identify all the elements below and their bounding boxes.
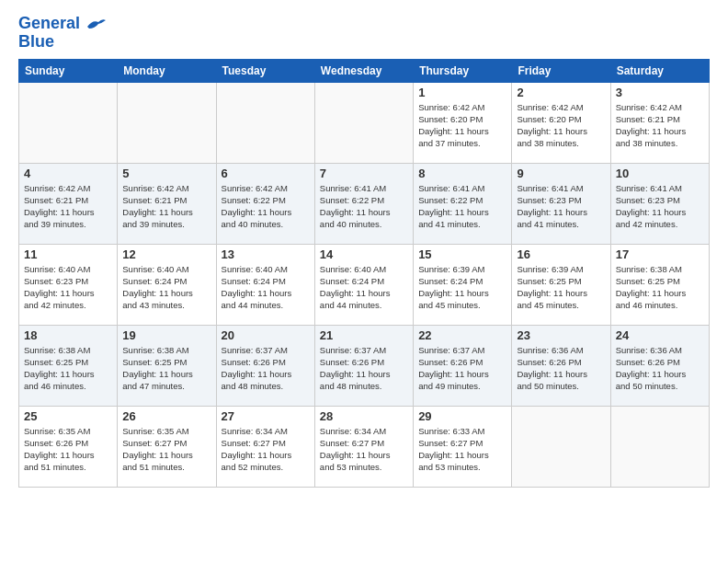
calendar-cell: 5Sunrise: 6:42 AM Sunset: 6:21 PM Daylig… (118, 163, 216, 244)
page: General Blue SundayMondayTuesdayWednesda… (0, 0, 728, 563)
day-number: 5 (122, 167, 210, 180)
calendar-cell: 8Sunrise: 6:41 AM Sunset: 6:22 PM Daylig… (414, 163, 512, 244)
day-info: Sunrise: 6:42 AM Sunset: 6:22 PM Dayligh… (222, 182, 310, 231)
calendar-cell: 19Sunrise: 6:38 AM Sunset: 6:25 PM Dayli… (118, 325, 216, 406)
logo-text: General (18, 15, 106, 33)
calendar-cell: 11Sunrise: 6:40 AM Sunset: 6:23 PM Dayli… (19, 244, 118, 325)
day-number: 6 (222, 167, 310, 180)
day-number: 22 (418, 328, 506, 342)
bird-icon (85, 17, 106, 30)
day-number: 23 (517, 328, 605, 342)
day-info: Sunrise: 6:36 AM Sunset: 6:26 PM Dayligh… (616, 344, 704, 393)
day-number: 15 (418, 247, 506, 261)
day-info: Sunrise: 6:33 AM Sunset: 6:27 PM Dayligh… (418, 425, 506, 474)
weekday-header-sunday: Sunday (19, 59, 118, 82)
weekday-header-tuesday: Tuesday (216, 59, 314, 82)
calendar-cell (610, 406, 709, 487)
calendar-cell: 29Sunrise: 6:33 AM Sunset: 6:27 PM Dayli… (414, 406, 512, 487)
day-info: Sunrise: 6:41 AM Sunset: 6:23 PM Dayligh… (517, 182, 605, 231)
calendar-cell: 4Sunrise: 6:42 AM Sunset: 6:21 PM Daylig… (19, 163, 118, 244)
day-number: 7 (320, 167, 408, 180)
calendar-cell: 22Sunrise: 6:37 AM Sunset: 6:26 PM Dayli… (414, 325, 512, 406)
logo-blue: Blue (18, 33, 106, 52)
day-number: 12 (122, 247, 210, 261)
calendar-week-row: 18Sunrise: 6:38 AM Sunset: 6:25 PM Dayli… (19, 325, 710, 406)
calendar-cell: 17Sunrise: 6:38 AM Sunset: 6:25 PM Dayli… (610, 244, 709, 325)
day-info: Sunrise: 6:34 AM Sunset: 6:27 PM Dayligh… (222, 425, 310, 474)
day-info: Sunrise: 6:41 AM Sunset: 6:23 PM Dayligh… (616, 182, 704, 231)
day-info: Sunrise: 6:42 AM Sunset: 6:21 PM Dayligh… (616, 101, 704, 150)
calendar-cell: 12Sunrise: 6:40 AM Sunset: 6:24 PM Dayli… (118, 244, 216, 325)
day-number: 9 (517, 167, 605, 180)
day-info: Sunrise: 6:42 AM Sunset: 6:21 PM Dayligh… (122, 182, 210, 231)
calendar-week-row: 1Sunrise: 6:42 AM Sunset: 6:20 PM Daylig… (19, 82, 710, 163)
calendar-cell: 21Sunrise: 6:37 AM Sunset: 6:26 PM Dayli… (314, 325, 413, 406)
day-number: 16 (517, 247, 605, 261)
day-number: 17 (616, 247, 704, 261)
calendar-cell: 1Sunrise: 6:42 AM Sunset: 6:20 PM Daylig… (414, 82, 512, 163)
day-number: 8 (418, 167, 506, 180)
day-info: Sunrise: 6:40 AM Sunset: 6:23 PM Dayligh… (24, 263, 112, 312)
weekday-header-wednesday: Wednesday (314, 59, 413, 82)
day-info: Sunrise: 6:35 AM Sunset: 6:26 PM Dayligh… (24, 425, 112, 474)
day-info: Sunrise: 6:37 AM Sunset: 6:26 PM Dayligh… (222, 344, 310, 393)
day-number: 13 (222, 247, 310, 261)
calendar-cell: 18Sunrise: 6:38 AM Sunset: 6:25 PM Dayli… (19, 325, 118, 406)
day-number: 24 (616, 328, 704, 342)
calendar-cell: 13Sunrise: 6:40 AM Sunset: 6:24 PM Dayli… (216, 244, 314, 325)
day-info: Sunrise: 6:35 AM Sunset: 6:27 PM Dayligh… (122, 425, 210, 474)
calendar-cell (512, 406, 610, 487)
day-number: 29 (418, 409, 506, 423)
day-number: 25 (24, 409, 112, 423)
calendar-cell: 27Sunrise: 6:34 AM Sunset: 6:27 PM Dayli… (216, 406, 314, 487)
calendar-cell: 10Sunrise: 6:41 AM Sunset: 6:23 PM Dayli… (610, 163, 709, 244)
weekday-header-friday: Friday (512, 59, 610, 82)
calendar-table: SundayMondayTuesdayWednesdayThursdayFrid… (18, 59, 710, 488)
day-number: 21 (320, 328, 408, 342)
day-info: Sunrise: 6:37 AM Sunset: 6:26 PM Dayligh… (320, 344, 408, 393)
day-info: Sunrise: 6:42 AM Sunset: 6:20 PM Dayligh… (418, 101, 506, 150)
calendar-cell: 16Sunrise: 6:39 AM Sunset: 6:25 PM Dayli… (512, 244, 610, 325)
calendar-week-row: 25Sunrise: 6:35 AM Sunset: 6:26 PM Dayli… (19, 406, 710, 487)
calendar-cell: 15Sunrise: 6:39 AM Sunset: 6:24 PM Dayli… (414, 244, 512, 325)
calendar-cell: 23Sunrise: 6:36 AM Sunset: 6:26 PM Dayli… (512, 325, 610, 406)
day-info: Sunrise: 6:34 AM Sunset: 6:27 PM Dayligh… (320, 425, 408, 474)
day-info: Sunrise: 6:41 AM Sunset: 6:22 PM Dayligh… (320, 182, 408, 231)
day-info: Sunrise: 6:38 AM Sunset: 6:25 PM Dayligh… (122, 344, 210, 393)
day-info: Sunrise: 6:42 AM Sunset: 6:21 PM Dayligh… (24, 182, 112, 231)
day-number: 1 (418, 86, 506, 99)
calendar-cell (19, 82, 118, 163)
calendar-cell (216, 82, 314, 163)
day-number: 19 (122, 328, 210, 342)
calendar-cell: 24Sunrise: 6:36 AM Sunset: 6:26 PM Dayli… (610, 325, 709, 406)
day-number: 10 (616, 167, 704, 180)
day-number: 20 (222, 328, 310, 342)
weekday-header-thursday: Thursday (414, 59, 512, 82)
calendar-cell: 20Sunrise: 6:37 AM Sunset: 6:26 PM Dayli… (216, 325, 314, 406)
day-info: Sunrise: 6:37 AM Sunset: 6:26 PM Dayligh… (418, 344, 506, 393)
day-number: 2 (517, 86, 605, 99)
day-number: 18 (24, 328, 112, 342)
day-number: 3 (616, 86, 704, 99)
day-info: Sunrise: 6:38 AM Sunset: 6:25 PM Dayligh… (24, 344, 112, 393)
calendar-week-row: 11Sunrise: 6:40 AM Sunset: 6:23 PM Dayli… (19, 244, 710, 325)
calendar-cell: 28Sunrise: 6:34 AM Sunset: 6:27 PM Dayli… (314, 406, 413, 487)
calendar-cell: 7Sunrise: 6:41 AM Sunset: 6:22 PM Daylig… (314, 163, 413, 244)
day-info: Sunrise: 6:40 AM Sunset: 6:24 PM Dayligh… (122, 263, 210, 312)
day-info: Sunrise: 6:42 AM Sunset: 6:20 PM Dayligh… (517, 101, 605, 150)
day-number: 26 (122, 409, 210, 423)
calendar-cell (118, 82, 216, 163)
day-number: 11 (24, 247, 112, 261)
day-number: 27 (222, 409, 310, 423)
calendar-cell: 25Sunrise: 6:35 AM Sunset: 6:26 PM Dayli… (19, 406, 118, 487)
weekday-header-monday: Monday (118, 59, 216, 82)
calendar-cell: 3Sunrise: 6:42 AM Sunset: 6:21 PM Daylig… (610, 82, 709, 163)
calendar-cell: 26Sunrise: 6:35 AM Sunset: 6:27 PM Dayli… (118, 406, 216, 487)
calendar-cell: 9Sunrise: 6:41 AM Sunset: 6:23 PM Daylig… (512, 163, 610, 244)
calendar-cell: 14Sunrise: 6:40 AM Sunset: 6:24 PM Dayli… (314, 244, 413, 325)
day-number: 28 (320, 409, 408, 423)
day-info: Sunrise: 6:41 AM Sunset: 6:22 PM Dayligh… (418, 182, 506, 231)
day-info: Sunrise: 6:38 AM Sunset: 6:25 PM Dayligh… (616, 263, 704, 312)
day-info: Sunrise: 6:39 AM Sunset: 6:24 PM Dayligh… (418, 263, 506, 312)
calendar-week-row: 4Sunrise: 6:42 AM Sunset: 6:21 PM Daylig… (19, 163, 710, 244)
